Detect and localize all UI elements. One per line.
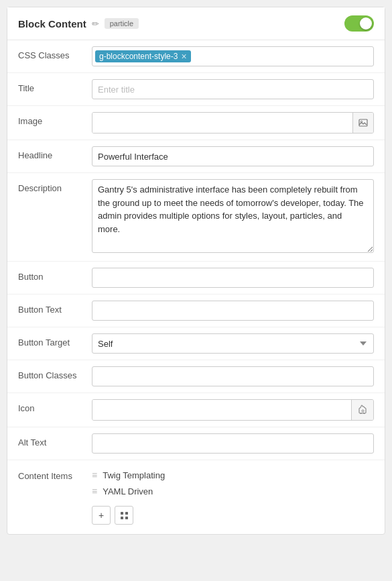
grid-view-button[interactable]: [115, 506, 133, 525]
svg-rect-5: [125, 517, 128, 519]
panel-header: Block Content ✏ particle: [7, 7, 385, 40]
css-class-tag: g-blockcontent-style-3 ×: [95, 50, 191, 62]
icon-input[interactable]: [92, 400, 351, 420]
svg-rect-4: [121, 517, 123, 519]
icon-picker-button[interactable]: [351, 400, 373, 420]
button-target-select[interactable]: Self Parent Top Blank: [92, 333, 374, 354]
button-text-control: [92, 301, 374, 321]
list-item: ≡ Twig Templating: [92, 467, 374, 483]
alt-text-input[interactable]: [92, 433, 374, 454]
css-classes-row: CSS Classes g-blockcontent-style-3 ×: [7, 40, 385, 73]
panel-title: Block Content: [18, 18, 86, 30]
svg-rect-0: [359, 119, 367, 126]
content-item-actions: +: [92, 506, 374, 525]
toggle-track: [344, 15, 374, 32]
plus-icon: +: [99, 510, 104, 521]
alt-text-row: Alt Text: [7, 427, 385, 460]
drag-handle-icon[interactable]: ≡: [92, 486, 97, 496]
button-control: [92, 268, 374, 288]
title-row: Title: [7, 73, 385, 106]
button-text-row: Button Text: [7, 295, 385, 327]
button-classes-label: Button Classes: [18, 366, 92, 380]
icon-row: Icon: [7, 393, 385, 427]
button-label: Button: [18, 268, 92, 282]
description-control: Gantry 5's administrative interface has …: [92, 179, 374, 255]
button-target-row: Button Target Self Parent Top Blank: [7, 327, 385, 360]
icon-label: Icon: [18, 399, 92, 413]
content-items-label: Content Items: [18, 467, 92, 481]
headline-control: [92, 146, 374, 166]
image-label: Image: [18, 112, 92, 126]
button-classes-input[interactable]: [92, 366, 374, 386]
list-item: ≡ YAML Driven: [92, 483, 374, 499]
headline-input[interactable]: [92, 146, 374, 166]
particle-badge: particle: [105, 18, 139, 29]
css-classes-control: g-blockcontent-style-3 ×: [92, 46, 374, 66]
svg-rect-2: [121, 512, 123, 515]
button-input[interactable]: [92, 268, 374, 288]
tag-text: g-blockcontent-style-3: [99, 52, 178, 61]
button-target-label: Button Target: [18, 333, 92, 348]
svg-rect-3: [125, 512, 128, 515]
description-row: Description Gantry 5's administrative in…: [7, 173, 385, 262]
header-left: Block Content ✏ particle: [18, 18, 139, 30]
button-row: Button: [7, 262, 385, 295]
icon-input-wrapper: [92, 399, 374, 421]
description-label: Description: [18, 179, 92, 193]
button-classes-control: [92, 366, 374, 386]
headline-label: Headline: [18, 146, 92, 160]
description-textarea[interactable]: Gantry 5's administrative interface has …: [92, 179, 374, 253]
content-item-label: Twig Templating: [103, 470, 165, 480]
tag-remove-button[interactable]: ×: [181, 52, 186, 61]
button-classes-row: Button Classes: [7, 360, 385, 393]
css-classes-label: CSS Classes: [18, 46, 92, 60]
add-item-button[interactable]: +: [92, 506, 111, 525]
panel-body: CSS Classes g-blockcontent-style-3 × Tit…: [7, 40, 385, 534]
content-items-row: Content Items ≡ Twig Templating ≡ YAML D…: [7, 460, 385, 534]
title-control: [92, 79, 374, 99]
drag-handle-icon[interactable]: ≡: [92, 470, 97, 480]
block-content-panel: Block Content ✏ particle CSS Classes g-b…: [7, 7, 385, 535]
image-input-wrapper: [92, 112, 374, 134]
content-item-label: YAML Driven: [103, 486, 153, 496]
button-text-label: Button Text: [18, 301, 92, 315]
title-input[interactable]: [92, 79, 374, 99]
image-input[interactable]: [92, 113, 352, 133]
toggle-thumb: [360, 17, 372, 30]
image-browse-button[interactable]: [352, 113, 373, 133]
image-control: [92, 112, 374, 134]
edit-icon[interactable]: ✏: [92, 19, 99, 29]
tag-input-container[interactable]: g-blockcontent-style-3 ×: [92, 46, 374, 66]
image-row: Image: [7, 106, 385, 140]
icon-control: [92, 399, 374, 421]
alt-text-label: Alt Text: [18, 433, 92, 447]
button-target-control: Self Parent Top Blank: [92, 333, 374, 354]
headline-row: Headline: [7, 140, 385, 173]
title-label: Title: [18, 79, 92, 93]
button-text-input[interactable]: [92, 301, 374, 321]
alt-text-control: [92, 433, 374, 454]
enable-toggle[interactable]: [344, 15, 374, 32]
content-items-list: ≡ Twig Templating ≡ YAML Driven +: [92, 467, 374, 525]
